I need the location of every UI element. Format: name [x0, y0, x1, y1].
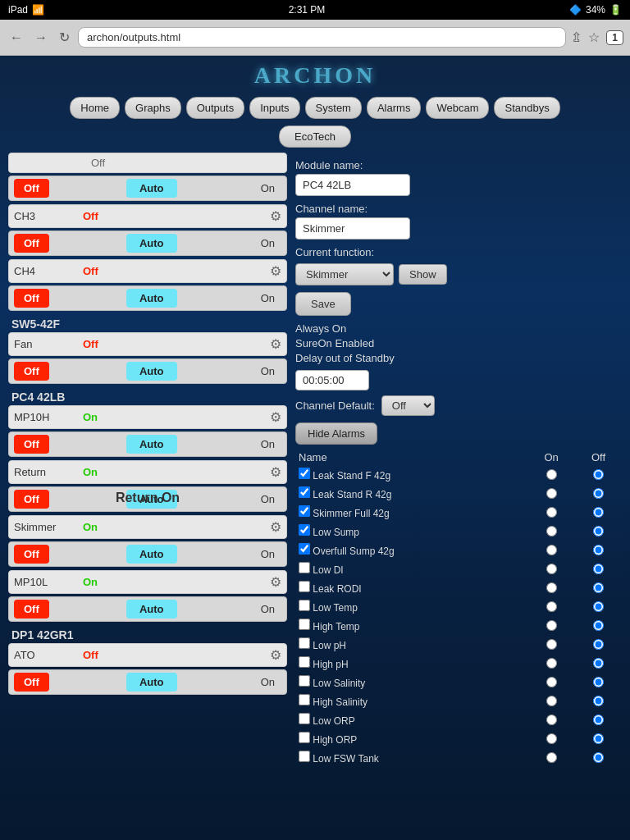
alarm-checkbox[interactable] — [299, 600, 310, 611]
alarm-off-radio[interactable] — [593, 658, 604, 669]
nav-inputs[interactable]: Inputs — [249, 97, 299, 119]
alarm-on-radio[interactable] — [546, 545, 557, 555]
alarm-checkbox[interactable] — [299, 675, 310, 687]
return-gear[interactable]: ⚙ — [270, 464, 281, 480]
ch3-on-btn[interactable]: On — [254, 234, 281, 253]
save-button[interactable]: Save — [295, 292, 351, 316]
alarm-off-radio[interactable] — [593, 469, 604, 480]
alarm-on-radio[interactable] — [546, 733, 557, 744]
mp10l-on-btn[interactable]: On — [254, 600, 281, 619]
delay-input[interactable] — [295, 370, 369, 390]
skimmer-auto-btn[interactable]: Auto — [126, 545, 177, 564]
alarm-checkbox[interactable] — [299, 505, 310, 517]
alarm-checkbox[interactable] — [299, 656, 310, 668]
alarm-on-radio[interactable] — [546, 696, 557, 706]
alarm-on-radio[interactable] — [546, 752, 557, 763]
alarm-off-radio[interactable] — [593, 752, 604, 763]
nav-alarms[interactable]: Alarms — [367, 97, 421, 119]
alarm-checkbox[interactable] — [299, 486, 310, 498]
alarm-off-radio[interactable] — [593, 601, 604, 612]
ch4-gear[interactable]: ⚙ — [270, 263, 281, 279]
alarm-on-radio[interactable] — [546, 469, 557, 480]
mp10l-auto-btn[interactable]: Auto — [126, 600, 177, 619]
ch4-on-btn[interactable]: On — [254, 289, 281, 308]
bookmark-button[interactable]: ☆ — [588, 30, 600, 45]
alarm-checkbox[interactable] — [299, 732, 310, 743]
nav-system[interactable]: System — [305, 97, 362, 119]
alarm-on-radio[interactable] — [546, 677, 557, 687]
alarm-off-radio[interactable] — [593, 582, 604, 593]
alarm-off-radio[interactable] — [593, 507, 604, 518]
alarm-checkbox[interactable] — [299, 562, 310, 573]
back-button[interactable]: ← — [7, 29, 26, 47]
fan-off-btn[interactable]: Off — [14, 362, 49, 381]
alarm-on-radio[interactable] — [546, 601, 557, 612]
hide-alarms-button[interactable]: Hide Alarms — [295, 422, 377, 445]
nav-home[interactable]: Home — [70, 97, 120, 119]
alarm-off-radio[interactable] — [593, 526, 604, 536]
fan-gear[interactable]: ⚙ — [270, 336, 281, 352]
skimmer-off-btn[interactable]: Off — [14, 545, 49, 564]
skimmer-on-btn[interactable]: On — [254, 545, 281, 564]
alarm-off-radio[interactable] — [593, 714, 604, 725]
alarm-checkbox[interactable] — [299, 543, 310, 555]
mp10h-gear[interactable]: ⚙ — [270, 409, 281, 425]
mp10l-off-btn[interactable]: Off — [14, 600, 49, 619]
channel-default-select[interactable]: Off On Auto — [381, 395, 435, 416]
refresh-button[interactable]: ↻ — [56, 28, 73, 47]
fan-on-btn[interactable]: On — [254, 362, 281, 381]
alarm-off-radio[interactable] — [593, 639, 604, 650]
alarm-off-radio[interactable] — [593, 677, 604, 687]
mp10h-off-btn[interactable]: Off — [14, 435, 49, 454]
alarm-off-radio[interactable] — [593, 696, 604, 706]
nav-webcam[interactable]: Webcam — [426, 97, 489, 119]
alarm-off-radio[interactable] — [593, 545, 604, 555]
mp10h-on-btn[interactable]: On — [254, 435, 281, 454]
ch3-auto-btn[interactable]: Auto — [126, 234, 177, 253]
alarm-off-radio[interactable] — [593, 488, 604, 499]
nav-ecotech[interactable]: EcoTech — [279, 126, 351, 148]
nav-outputs[interactable]: Outputs — [186, 97, 245, 119]
ctrl-on-btn[interactable]: On — [254, 179, 281, 198]
mp10h-auto-btn[interactable]: Auto — [126, 435, 177, 454]
ato-auto-btn[interactable]: Auto — [126, 673, 177, 692]
ch3-off-btn[interactable]: Off — [14, 234, 49, 253]
skimmer-gear[interactable]: ⚙ — [270, 519, 281, 535]
tab-count[interactable]: 1 — [606, 30, 623, 45]
alarm-checkbox[interactable] — [299, 694, 310, 705]
alarm-checkbox[interactable] — [299, 468, 310, 479]
alarm-on-radio[interactable] — [546, 658, 557, 669]
ato-gear[interactable]: ⚙ — [270, 647, 281, 663]
alarm-checkbox[interactable] — [299, 637, 310, 649]
share-button[interactable]: ⇫ — [571, 30, 582, 45]
function-select[interactable]: Skimmer Return Fan MP10H MP10L — [295, 263, 394, 285]
ch4-auto-btn[interactable]: Auto — [126, 289, 177, 308]
ato-on-btn[interactable]: On — [254, 673, 281, 692]
alarm-checkbox[interactable] — [299, 619, 310, 630]
alarm-off-radio[interactable] — [593, 620, 604, 631]
nav-graphs[interactable]: Graphs — [125, 97, 181, 119]
channel-name-input[interactable] — [295, 217, 410, 240]
show-button[interactable]: Show — [399, 264, 447, 285]
alarm-on-radio[interactable] — [546, 507, 557, 518]
alarm-on-radio[interactable] — [546, 564, 557, 574]
alarm-on-radio[interactable] — [546, 526, 557, 536]
fan-auto-btn[interactable]: Auto — [126, 362, 177, 381]
ch3-gear[interactable]: ⚙ — [270, 208, 281, 224]
alarm-on-radio[interactable] — [546, 714, 557, 725]
alarm-on-radio[interactable] — [546, 582, 557, 593]
alarm-on-radio[interactable] — [546, 488, 557, 499]
ctrl-auto-btn[interactable]: Auto — [126, 179, 177, 198]
alarm-on-radio[interactable] — [546, 620, 557, 631]
return-auto-btn[interactable]: Auto — [126, 490, 177, 509]
alarm-checkbox[interactable] — [299, 713, 310, 724]
alarm-on-radio[interactable] — [546, 639, 557, 650]
alarm-off-radio[interactable] — [593, 564, 604, 574]
alarm-checkbox[interactable] — [299, 524, 310, 536]
ctrl-off-btn[interactable]: Off — [14, 179, 49, 198]
alarm-checkbox[interactable] — [299, 751, 310, 762]
ato-off-btn[interactable]: Off — [14, 673, 49, 692]
ch4-off-btn[interactable]: Off — [14, 289, 49, 308]
return-on-btn[interactable]: On — [254, 490, 281, 509]
forward-button[interactable]: → — [31, 29, 51, 47]
